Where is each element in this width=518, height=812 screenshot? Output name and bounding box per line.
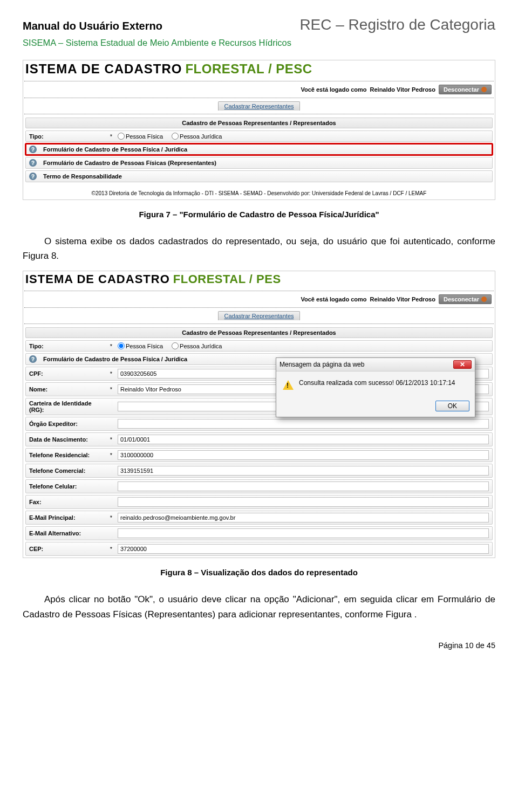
orgao-row: Órgão Expeditor: [25, 417, 493, 431]
system-title-green: FLORESTAL / PES [173, 272, 281, 286]
fax-row: Fax: [25, 495, 493, 509]
page-number: Página 10 de 45 [23, 641, 495, 650]
email-alt-row: E-Mail Alternativo: [25, 526, 493, 540]
system-title-green: FLORESTAL / PESC [185, 61, 312, 77]
tel-cel-input[interactable] [118, 481, 489, 491]
tel-cel-row: Telefone Celular: [25, 479, 493, 493]
tel-res-row: Telefone Residencial:* [25, 448, 493, 462]
ok-button[interactable]: OK [435, 401, 469, 411]
divider [24, 291, 494, 291]
figure-7-caption: Figura 7 – "Formulário de Cadastro de Pe… [23, 210, 495, 219]
data-nasc-row: Data de Nascimento:* [25, 432, 493, 446]
radio-pessoa-fisica[interactable]: Pessoa Física [118, 133, 163, 140]
panel-termo[interactable]: ? Termo de Responsabilidade [25, 170, 493, 182]
tipo-label: Tipo: [29, 133, 105, 140]
tel-res-input[interactable] [118, 450, 489, 460]
login-bar: Você está logado como Reinaldo Vitor Ped… [23, 294, 495, 304]
js-alert-dialog: Mensagem da página da web ✕ Consulta rea… [276, 357, 475, 417]
dialog-message: Consulta realizada com sucesso! 06/12/20… [299, 379, 455, 387]
panel-formulario-pf-pj[interactable]: ? Formulário de Cadastro de Pessoa Físic… [25, 143, 493, 155]
close-icon[interactable]: ✕ [453, 360, 472, 369]
copyright: ©2013 Diretoria de Tecnologia da Informa… [23, 184, 495, 199]
figure-8-screenshot: ISTEMA DE CADASTRO FLORESTAL / PES Você … [23, 271, 495, 558]
paragraph-2: Após clicar no botão "Ok", o usuário dev… [23, 592, 495, 621]
paragraph-1: O sistema exibe os dados cadastrados do … [23, 234, 495, 263]
orgao-input[interactable] [118, 419, 489, 429]
system-title-black: ISTEMA DE CADASTRO [25, 272, 170, 286]
divider [24, 307, 494, 308]
logged-as-label: Você está logado como [301, 86, 366, 93]
disconnect-icon [481, 297, 487, 302]
help-icon: ? [29, 159, 37, 167]
figure-8-caption: Figura 8 – Visualização dos dados do rep… [23, 568, 495, 577]
email-princ-input[interactable] [118, 513, 489, 522]
warning-icon [283, 380, 294, 390]
disconnect-icon [481, 87, 487, 92]
radio-pessoa-fisica[interactable]: Pessoa Física [118, 342, 163, 349]
tel-com-row: Telefone Comercial: [25, 464, 493, 478]
fax-input[interactable] [118, 497, 489, 507]
tipo-row: Tipo: * Pessoa Física Pessoa Jurídica [25, 340, 493, 352]
disconnect-button[interactable]: Desconectar [439, 85, 492, 94]
tab-cadastrar-representantes[interactable]: Cadastrar Representantes [218, 101, 299, 111]
radio-pessoa-juridica[interactable]: Pessoa Jurídica [172, 342, 222, 349]
divider [24, 98, 494, 98]
disconnect-button[interactable]: Desconectar [439, 294, 492, 304]
radio-pessoa-juridica[interactable]: Pessoa Jurídica [172, 133, 222, 140]
logged-as-user: Reinaldo Vitor Pedroso [370, 86, 435, 93]
logged-as-user: Reinaldo Vitor Pedroso [370, 296, 435, 302]
tipo-label: Tipo: [29, 343, 105, 349]
divider [24, 114, 494, 114]
divider [24, 324, 494, 324]
help-icon: ? [29, 173, 37, 180]
cep-row: CEP:* [25, 542, 493, 556]
data-nasc-input[interactable] [118, 435, 489, 444]
cep-input[interactable] [118, 544, 489, 554]
system-title-black: ISTEMA DE CADASTRO [25, 61, 182, 77]
login-bar: Você está logado como Reinaldo Vitor Ped… [23, 85, 495, 94]
doc-header: Manual do Usuário Externo REC – Registro… [23, 16, 495, 33]
divider [24, 81, 494, 81]
tab-cadastrar-representantes[interactable]: Cadastrar Representantes [218, 311, 299, 320]
logged-as-label: Você está logado como [301, 296, 366, 302]
tipo-row: Tipo: * Pessoa Física Pessoa Jurídica [25, 130, 493, 142]
email-princ-row: E-Mail Principal:* [25, 511, 493, 525]
panel-formulario-representantes[interactable]: ? Formulário de Cadastro de Pessoas Físi… [25, 157, 493, 169]
section-header: Cadastro de Pessoas Representantes / Rep… [25, 327, 493, 338]
help-icon: ? [29, 146, 37, 153]
dialog-title: Mensagem da página da web [280, 361, 364, 368]
rec-title: REC – Registro de Categoria [299, 16, 495, 33]
figure-7-screenshot: ISTEMA DE CADASTRO FLORESTAL / PESC Você… [23, 60, 495, 200]
tel-com-input[interactable] [118, 466, 489, 476]
section-header: Cadastro de Pessoas Representantes / Rep… [25, 118, 493, 128]
email-alt-input[interactable] [118, 528, 489, 538]
subheader: SISEMA – Sistema Estadual de Meio Ambien… [23, 38, 495, 48]
help-icon: ? [29, 355, 37, 363]
manual-title: Manual do Usuário Externo [23, 20, 162, 32]
